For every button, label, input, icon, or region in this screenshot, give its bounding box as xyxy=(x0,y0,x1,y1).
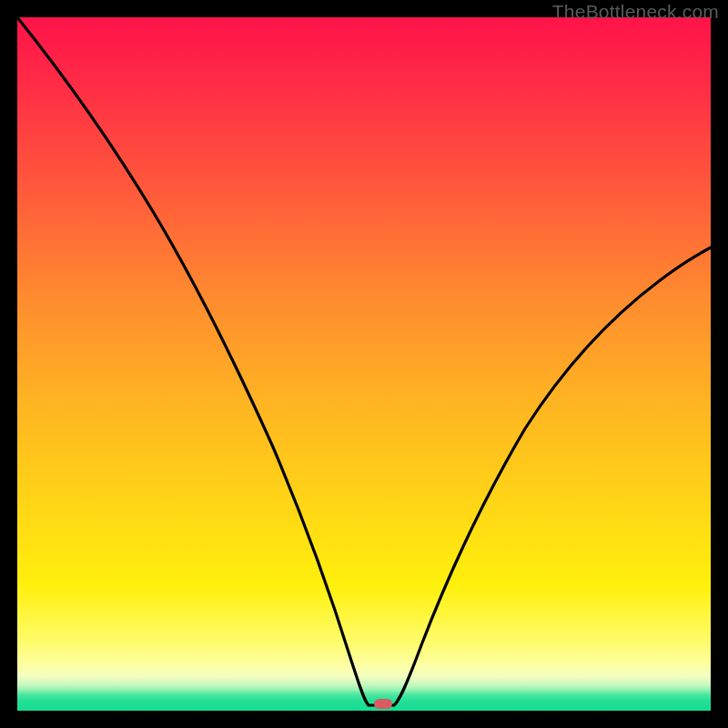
bottleneck-curve xyxy=(17,17,711,711)
optimal-marker xyxy=(374,699,392,709)
curve-path xyxy=(17,17,711,705)
attribution-text: TheBottleneck.com xyxy=(552,1,719,23)
plot-area xyxy=(17,17,711,711)
chart-frame: TheBottleneck.com xyxy=(0,0,728,728)
